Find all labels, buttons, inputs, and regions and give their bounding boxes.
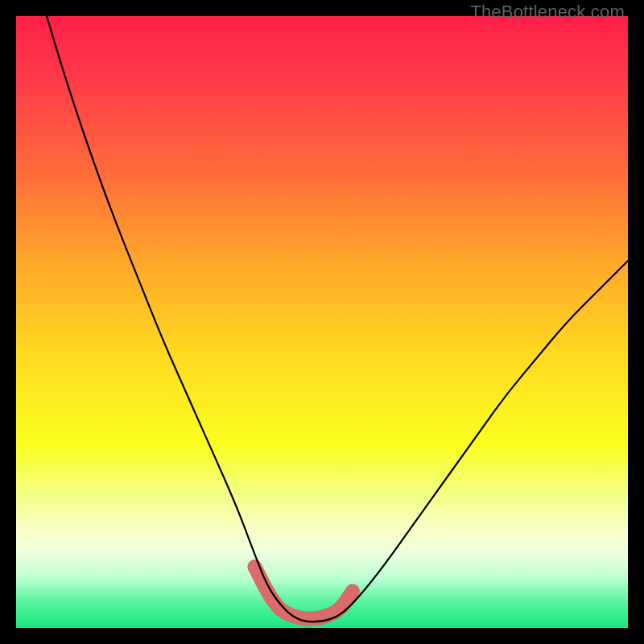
chart-frame <box>16 16 628 628</box>
watermark-text: TheBottleneck.com <box>470 2 625 23</box>
chart-background <box>16 16 628 628</box>
chart-svg <box>16 16 628 628</box>
